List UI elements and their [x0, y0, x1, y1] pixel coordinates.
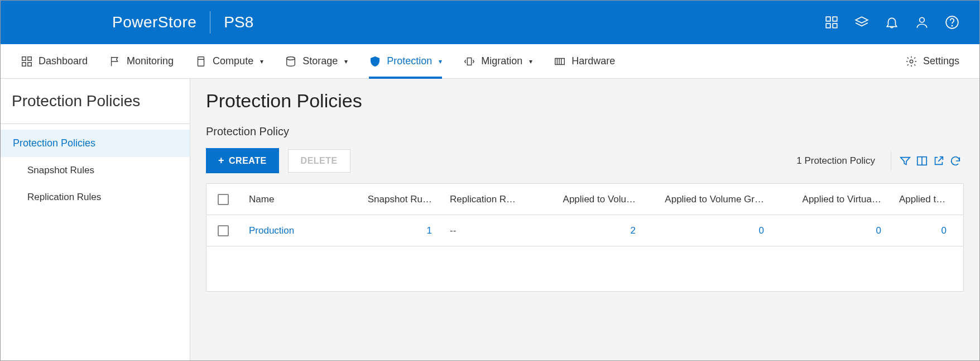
svg-marker-4	[856, 17, 868, 23]
col-applied-file-systems[interactable]: Applied to file syste…	[890, 194, 963, 205]
svg-rect-3	[833, 23, 837, 28]
row-checkbox[interactable]	[206, 225, 240, 236]
volumes-count[interactable]: 2	[539, 225, 645, 236]
policies-table: Name Snapshot Ru… Replication R… Applied…	[206, 183, 964, 292]
col-snapshot-rules[interactable]: Snapshot Ru…	[346, 194, 441, 205]
nav-storage-label: Storage	[302, 55, 338, 67]
nav-hardware-label: Hardware	[571, 55, 615, 67]
svg-rect-16	[555, 58, 565, 64]
svg-point-7	[952, 25, 952, 26]
policy-name-link[interactable]: Production	[240, 225, 346, 236]
chevron-down-icon: ▾	[260, 58, 263, 65]
flag-icon	[109, 55, 121, 68]
nav-compute-label: Compute	[213, 55, 253, 67]
nav-monitoring-label: Monitoring	[127, 55, 174, 67]
tool-divider	[891, 151, 891, 170]
delete-button-label: DELETE	[301, 156, 338, 165]
svg-rect-8	[22, 56, 26, 60]
chevron-down-icon: ▾	[344, 58, 348, 65]
columns-button[interactable]	[914, 153, 930, 169]
export-button[interactable]	[930, 153, 947, 169]
bell-icon[interactable]	[885, 15, 899, 30]
body: Protection Policies Protection Policies …	[1, 79, 979, 360]
sidebar-item-protection-policies[interactable]: Protection Policies	[1, 130, 190, 157]
chevron-down-icon: ▾	[439, 58, 442, 65]
nav-dashboard[interactable]: Dashboard	[21, 44, 88, 78]
sidebar-title: Protection Policies	[1, 92, 190, 124]
svg-point-14	[287, 56, 295, 60]
sidebar-item-replication-rules[interactable]: Replication Rules	[1, 184, 190, 211]
svg-rect-2	[826, 23, 830, 28]
gear-icon	[905, 55, 917, 68]
filter-icon	[899, 155, 911, 167]
table-row: Production 1 -- 2 0 0 0	[206, 215, 963, 246]
nav-settings-label: Settings	[923, 55, 959, 67]
delete-button: DELETE	[288, 149, 350, 173]
nav-dashboard-label: Dashboard	[39, 55, 88, 67]
table-footer	[206, 246, 963, 291]
sidebar-list: Protection Policies Snapshot Rules Repli…	[1, 124, 190, 211]
page-subtitle: Protection Policy	[206, 125, 964, 138]
virtual-count[interactable]: 0	[773, 225, 890, 236]
file-systems-count[interactable]: 0	[890, 225, 963, 236]
nav-migration[interactable]: Migration ▾	[463, 44, 532, 78]
top-bar: PowerStore PS8	[1, 1, 979, 44]
plus-icon: +	[218, 155, 224, 167]
svg-rect-1	[833, 17, 837, 21]
filter-button[interactable]	[897, 153, 914, 169]
svg-rect-10	[22, 62, 26, 65]
user-icon[interactable]	[915, 15, 929, 30]
volume-groups-count[interactable]: 0	[645, 225, 773, 236]
create-button[interactable]: + CREATE	[206, 148, 279, 173]
export-icon	[933, 155, 945, 167]
refresh-icon	[949, 155, 962, 167]
storage-icon	[285, 55, 297, 68]
layers-icon[interactable]	[854, 15, 869, 30]
snapshot-count[interactable]: 1	[346, 225, 441, 236]
brand-divider	[210, 11, 210, 34]
svg-rect-11	[28, 62, 31, 65]
nav-settings[interactable]: Settings	[905, 44, 959, 78]
select-all-checkbox[interactable]	[206, 194, 240, 205]
svg-rect-9	[28, 56, 31, 60]
nav-hardware[interactable]: Hardware	[554, 44, 615, 78]
compute-icon	[195, 55, 207, 68]
nav-storage[interactable]: Storage ▾	[285, 44, 348, 78]
apps-icon[interactable]	[824, 15, 839, 30]
migration-icon	[463, 55, 475, 68]
nav-protection-label: Protection	[387, 55, 432, 67]
table-header-row: Name Snapshot Ru… Replication R… Applied…	[206, 184, 963, 215]
create-button-label: CREATE	[229, 156, 267, 166]
col-name[interactable]: Name	[240, 194, 346, 205]
dashboard-icon	[21, 55, 33, 68]
nav-migration-label: Migration	[481, 55, 522, 67]
col-applied-volumes[interactable]: Applied to Volu…	[539, 194, 645, 205]
chevron-down-icon: ▾	[529, 58, 532, 65]
svg-rect-15	[468, 58, 472, 65]
replication-count: --	[441, 225, 539, 236]
nav-protection[interactable]: Protection ▾	[369, 44, 442, 78]
svg-point-20	[910, 60, 913, 63]
nav-bar: Dashboard Monitoring Compute ▾ Storage ▾…	[1, 44, 979, 79]
refresh-button[interactable]	[947, 153, 964, 169]
shield-icon	[369, 55, 381, 68]
col-replication-rules[interactable]: Replication R…	[441, 194, 539, 205]
action-row: + CREATE DELETE 1 Protection Policy	[206, 148, 964, 173]
top-icons	[824, 15, 959, 30]
nav-compute[interactable]: Compute ▾	[195, 44, 263, 78]
system-name: PS8	[224, 13, 253, 31]
columns-icon	[916, 155, 928, 167]
page-title: Protection Policies	[206, 90, 964, 112]
svg-point-5	[920, 17, 925, 22]
main-content: Protection Policies Protection Policy + …	[190, 79, 979, 360]
help-icon[interactable]	[945, 15, 959, 30]
svg-rect-12	[198, 56, 204, 66]
hardware-icon	[554, 55, 566, 68]
col-applied-volume-groups[interactable]: Applied to Volume Gr…	[645, 194, 773, 205]
sidebar-item-snapshot-rules[interactable]: Snapshot Rules	[1, 157, 190, 184]
col-applied-virtual[interactable]: Applied to Virtua…	[773, 194, 890, 205]
nav-monitoring[interactable]: Monitoring	[109, 44, 174, 78]
sidebar: Protection Policies Protection Policies …	[1, 79, 190, 360]
svg-rect-0	[826, 17, 830, 21]
brand-name: PowerStore	[112, 13, 196, 31]
